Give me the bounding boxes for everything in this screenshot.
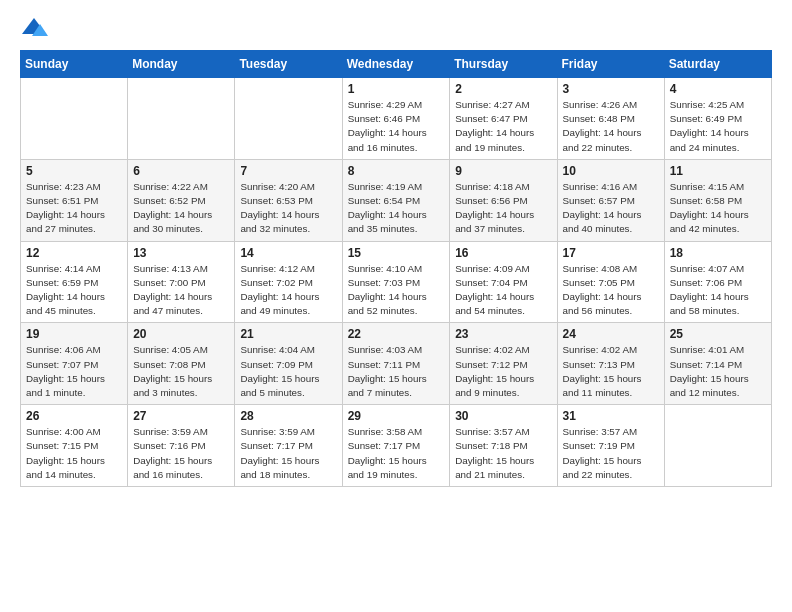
day-number: 27	[133, 409, 229, 423]
day-cell: 26Sunrise: 4:00 AM Sunset: 7:15 PM Dayli…	[21, 405, 128, 487]
weekday-header-tuesday: Tuesday	[235, 51, 342, 78]
day-cell: 5Sunrise: 4:23 AM Sunset: 6:51 PM Daylig…	[21, 159, 128, 241]
day-number: 7	[240, 164, 336, 178]
day-cell: 3Sunrise: 4:26 AM Sunset: 6:48 PM Daylig…	[557, 78, 664, 160]
weekday-header-friday: Friday	[557, 51, 664, 78]
weekday-header-sunday: Sunday	[21, 51, 128, 78]
day-cell: 4Sunrise: 4:25 AM Sunset: 6:49 PM Daylig…	[664, 78, 771, 160]
day-info: Sunrise: 4:07 AM Sunset: 7:06 PM Dayligh…	[670, 262, 766, 319]
week-row-4: 19Sunrise: 4:06 AM Sunset: 7:07 PM Dayli…	[21, 323, 772, 405]
day-info: Sunrise: 4:19 AM Sunset: 6:54 PM Dayligh…	[348, 180, 445, 237]
weekday-header-row: SundayMondayTuesdayWednesdayThursdayFrid…	[21, 51, 772, 78]
day-cell: 23Sunrise: 4:02 AM Sunset: 7:12 PM Dayli…	[450, 323, 557, 405]
day-cell: 27Sunrise: 3:59 AM Sunset: 7:16 PM Dayli…	[128, 405, 235, 487]
day-info: Sunrise: 4:06 AM Sunset: 7:07 PM Dayligh…	[26, 343, 122, 400]
day-info: Sunrise: 3:58 AM Sunset: 7:17 PM Dayligh…	[348, 425, 445, 482]
header	[20, 16, 772, 38]
day-info: Sunrise: 4:27 AM Sunset: 6:47 PM Dayligh…	[455, 98, 551, 155]
day-cell: 22Sunrise: 4:03 AM Sunset: 7:11 PM Dayli…	[342, 323, 450, 405]
day-number: 9	[455, 164, 551, 178]
day-cell: 29Sunrise: 3:58 AM Sunset: 7:17 PM Dayli…	[342, 405, 450, 487]
day-info: Sunrise: 4:01 AM Sunset: 7:14 PM Dayligh…	[670, 343, 766, 400]
day-number: 25	[670, 327, 766, 341]
day-number: 26	[26, 409, 122, 423]
day-cell: 20Sunrise: 4:05 AM Sunset: 7:08 PM Dayli…	[128, 323, 235, 405]
day-number: 10	[563, 164, 659, 178]
day-cell: 14Sunrise: 4:12 AM Sunset: 7:02 PM Dayli…	[235, 241, 342, 323]
day-info: Sunrise: 4:02 AM Sunset: 7:12 PM Dayligh…	[455, 343, 551, 400]
day-number: 16	[455, 246, 551, 260]
day-info: Sunrise: 4:23 AM Sunset: 6:51 PM Dayligh…	[26, 180, 122, 237]
weekday-header-saturday: Saturday	[664, 51, 771, 78]
day-cell: 13Sunrise: 4:13 AM Sunset: 7:00 PM Dayli…	[128, 241, 235, 323]
day-number: 17	[563, 246, 659, 260]
day-number: 22	[348, 327, 445, 341]
weekday-header-thursday: Thursday	[450, 51, 557, 78]
day-cell: 6Sunrise: 4:22 AM Sunset: 6:52 PM Daylig…	[128, 159, 235, 241]
day-number: 15	[348, 246, 445, 260]
day-cell: 24Sunrise: 4:02 AM Sunset: 7:13 PM Dayli…	[557, 323, 664, 405]
logo	[20, 16, 52, 38]
day-number: 18	[670, 246, 766, 260]
weekday-header-monday: Monday	[128, 51, 235, 78]
calendar: SundayMondayTuesdayWednesdayThursdayFrid…	[20, 50, 772, 487]
day-cell: 9Sunrise: 4:18 AM Sunset: 6:56 PM Daylig…	[450, 159, 557, 241]
weekday-header-wednesday: Wednesday	[342, 51, 450, 78]
week-row-1: 1Sunrise: 4:29 AM Sunset: 6:46 PM Daylig…	[21, 78, 772, 160]
day-cell	[21, 78, 128, 160]
day-info: Sunrise: 4:13 AM Sunset: 7:00 PM Dayligh…	[133, 262, 229, 319]
day-cell: 18Sunrise: 4:07 AM Sunset: 7:06 PM Dayli…	[664, 241, 771, 323]
day-cell: 1Sunrise: 4:29 AM Sunset: 6:46 PM Daylig…	[342, 78, 450, 160]
day-cell: 15Sunrise: 4:10 AM Sunset: 7:03 PM Dayli…	[342, 241, 450, 323]
day-info: Sunrise: 3:57 AM Sunset: 7:18 PM Dayligh…	[455, 425, 551, 482]
day-cell: 12Sunrise: 4:14 AM Sunset: 6:59 PM Dayli…	[21, 241, 128, 323]
day-number: 5	[26, 164, 122, 178]
day-cell: 30Sunrise: 3:57 AM Sunset: 7:18 PM Dayli…	[450, 405, 557, 487]
day-info: Sunrise: 4:26 AM Sunset: 6:48 PM Dayligh…	[563, 98, 659, 155]
day-info: Sunrise: 4:29 AM Sunset: 6:46 PM Dayligh…	[348, 98, 445, 155]
day-cell: 25Sunrise: 4:01 AM Sunset: 7:14 PM Dayli…	[664, 323, 771, 405]
day-number: 6	[133, 164, 229, 178]
day-number: 3	[563, 82, 659, 96]
day-number: 14	[240, 246, 336, 260]
day-number: 1	[348, 82, 445, 96]
day-number: 24	[563, 327, 659, 341]
day-number: 19	[26, 327, 122, 341]
day-info: Sunrise: 4:04 AM Sunset: 7:09 PM Dayligh…	[240, 343, 336, 400]
week-row-2: 5Sunrise: 4:23 AM Sunset: 6:51 PM Daylig…	[21, 159, 772, 241]
day-info: Sunrise: 3:57 AM Sunset: 7:19 PM Dayligh…	[563, 425, 659, 482]
day-info: Sunrise: 3:59 AM Sunset: 7:16 PM Dayligh…	[133, 425, 229, 482]
day-cell	[235, 78, 342, 160]
day-number: 30	[455, 409, 551, 423]
day-info: Sunrise: 4:22 AM Sunset: 6:52 PM Dayligh…	[133, 180, 229, 237]
day-number: 12	[26, 246, 122, 260]
day-cell: 21Sunrise: 4:04 AM Sunset: 7:09 PM Dayli…	[235, 323, 342, 405]
day-cell: 11Sunrise: 4:15 AM Sunset: 6:58 PM Dayli…	[664, 159, 771, 241]
week-row-5: 26Sunrise: 4:00 AM Sunset: 7:15 PM Dayli…	[21, 405, 772, 487]
day-number: 2	[455, 82, 551, 96]
day-number: 13	[133, 246, 229, 260]
day-info: Sunrise: 4:15 AM Sunset: 6:58 PM Dayligh…	[670, 180, 766, 237]
day-info: Sunrise: 4:14 AM Sunset: 6:59 PM Dayligh…	[26, 262, 122, 319]
day-cell: 10Sunrise: 4:16 AM Sunset: 6:57 PM Dayli…	[557, 159, 664, 241]
day-info: Sunrise: 4:09 AM Sunset: 7:04 PM Dayligh…	[455, 262, 551, 319]
day-number: 31	[563, 409, 659, 423]
day-info: Sunrise: 4:00 AM Sunset: 7:15 PM Dayligh…	[26, 425, 122, 482]
day-info: Sunrise: 4:02 AM Sunset: 7:13 PM Dayligh…	[563, 343, 659, 400]
day-cell	[128, 78, 235, 160]
day-number: 21	[240, 327, 336, 341]
day-cell	[664, 405, 771, 487]
day-info: Sunrise: 4:16 AM Sunset: 6:57 PM Dayligh…	[563, 180, 659, 237]
page: SundayMondayTuesdayWednesdayThursdayFrid…	[0, 0, 792, 499]
day-number: 8	[348, 164, 445, 178]
day-cell: 31Sunrise: 3:57 AM Sunset: 7:19 PM Dayli…	[557, 405, 664, 487]
day-cell: 7Sunrise: 4:20 AM Sunset: 6:53 PM Daylig…	[235, 159, 342, 241]
week-row-3: 12Sunrise: 4:14 AM Sunset: 6:59 PM Dayli…	[21, 241, 772, 323]
day-number: 29	[348, 409, 445, 423]
day-info: Sunrise: 4:25 AM Sunset: 6:49 PM Dayligh…	[670, 98, 766, 155]
day-number: 20	[133, 327, 229, 341]
day-info: Sunrise: 4:08 AM Sunset: 7:05 PM Dayligh…	[563, 262, 659, 319]
day-number: 28	[240, 409, 336, 423]
day-info: Sunrise: 4:10 AM Sunset: 7:03 PM Dayligh…	[348, 262, 445, 319]
day-number: 23	[455, 327, 551, 341]
